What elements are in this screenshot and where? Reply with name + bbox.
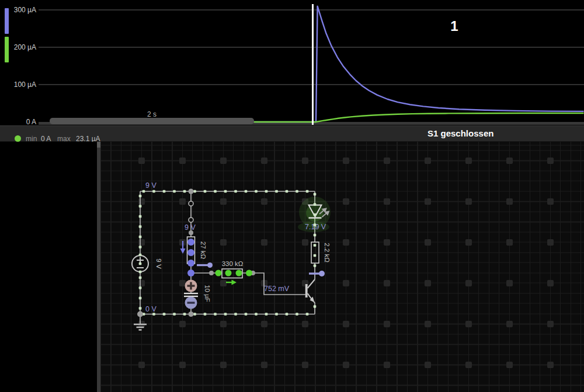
time-marker-label[interactable]: 1 xyxy=(443,18,466,34)
battery-value-label: 9 V xyxy=(155,258,162,269)
scope-traces[interactable] xyxy=(0,0,584,125)
wires[interactable] xyxy=(140,191,315,314)
node-voltage-label: 0 V xyxy=(145,305,157,313)
event-caption: S1 geschlossen xyxy=(427,128,493,138)
probe-cap-node[interactable] xyxy=(197,262,213,268)
scope-panel[interactable]: 300 µA 200 µA 100 µA 0 A 2 s 1 xyxy=(0,0,584,125)
time-scrollbar-thumb[interactable] xyxy=(50,118,254,124)
battery[interactable]: 9 V xyxy=(132,256,162,272)
transistor-npn[interactable] xyxy=(305,279,315,303)
time-cursor[interactable] xyxy=(312,4,314,125)
current-arrow-right xyxy=(226,280,237,285)
app-window: 300 µA 200 µA 100 µA 0 A 2 s 1 min 0 A m… xyxy=(0,0,584,392)
current-arrow-down xyxy=(180,241,186,254)
capacitor-10uf[interactable]: 10 µF xyxy=(184,280,211,309)
circuit-diagram: 9 V 27 kΩ xyxy=(0,142,584,392)
node-voltage-label: 9 V xyxy=(185,223,196,232)
current-dots xyxy=(137,189,316,317)
resistor-2.2k-label: 2.2 kΩ xyxy=(324,243,331,262)
node-voltage-label: 9 V xyxy=(145,181,157,190)
node-voltage-label: 752 mV xyxy=(264,285,290,293)
capacitor-value-label: 10 µF xyxy=(204,285,211,302)
status-bar: min 0 A max 23.1 µA S1 geschlossen xyxy=(0,125,584,142)
resistor-330k-label: 330 kΩ xyxy=(222,260,244,267)
time-scale-label: 2 s xyxy=(50,110,254,118)
probe-collector-node[interactable] xyxy=(309,271,325,276)
resistor-27k-label: 27 kΩ xyxy=(200,242,207,260)
trace-color-dot xyxy=(15,135,21,142)
